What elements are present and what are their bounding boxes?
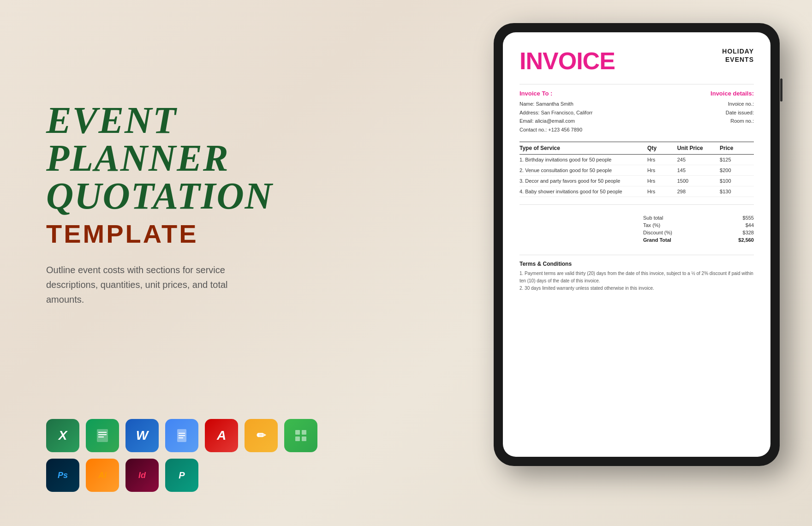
terms-title: Terms & Conditions	[519, 261, 754, 267]
numbers-icon[interactable]	[284, 419, 317, 452]
grand-total-row: Grand Total $2,560	[643, 236, 754, 244]
invoice-header: INVOICE HOLIDAY EVENTS	[519, 47, 754, 75]
table-row: 1. Birthday invitations good for 50 peop…	[519, 155, 754, 165]
publisher-icon[interactable]: P	[165, 459, 198, 492]
svg-rect-6	[179, 435, 185, 436]
svg-rect-8	[295, 430, 300, 435]
indesign-icon[interactable]: Id	[125, 459, 159, 492]
description: Outline event costs with sections for se…	[46, 263, 258, 307]
table-row: 2. Venue consultation good for 50 people…	[519, 165, 754, 176]
word-icon[interactable]: W	[125, 419, 159, 452]
tablet-wrapper: INVOICE HOLIDAY EVENTS Invoice To : Name…	[494, 23, 789, 484]
svg-rect-5	[179, 433, 185, 434]
services-table: Type of Service Qty Unit Price Price 1. …	[519, 142, 754, 197]
invoice-details-label: Invoice details:	[710, 90, 754, 97]
svg-rect-2	[98, 434, 107, 435]
subtitle: TEMPLATE	[46, 219, 295, 249]
invoice-title: INVOICE	[519, 47, 615, 75]
invoice-info-row: Invoice To : Name: Samantha Smith Addres…	[519, 90, 754, 134]
table-row: 3. Decor and party favors good for 50 pe…	[519, 176, 754, 186]
svg-rect-11	[302, 436, 306, 441]
excel-icon[interactable]: X	[46, 419, 79, 452]
main-title: EVENT PLANNER QUOTATION	[46, 102, 295, 215]
terms-section: Terms & Conditions 1. Payment terms are …	[519, 255, 754, 292]
photoshop-icon[interactable]: Ps	[46, 459, 79, 492]
app-icons-section: X W A ✏ Ps Ai Id P	[46, 419, 317, 498]
tablet-device: INVOICE HOLIDAY EVENTS Invoice To : Name…	[494, 23, 780, 466]
acrobat-icon[interactable]: A	[205, 419, 238, 452]
invoice-to-section: Invoice To : Name: Samantha Smith Addres…	[519, 90, 592, 134]
totals-section: Sub total $555 Tax (%) $44 Discount (%) …	[519, 214, 754, 244]
icon-row-1: X W A ✏	[46, 419, 317, 452]
totals-divider	[519, 204, 754, 205]
pages-icon[interactable]: ✏	[245, 419, 278, 452]
header-divider	[519, 84, 754, 84]
table-header: Type of Service Qty Unit Price Price	[519, 142, 754, 155]
left-panel: EVENT PLANNER QUOTATION TEMPLATE Outline…	[46, 102, 295, 307]
tablet-screen: INVOICE HOLIDAY EVENTS Invoice To : Name…	[503, 32, 770, 457]
subtotal-row: Sub total $555	[643, 214, 754, 221]
totals-grid: Sub total $555 Tax (%) $44 Discount (%) …	[643, 214, 754, 244]
invoice-details-section: Invoice details: Invoice no.: Date issue…	[710, 90, 754, 134]
svg-rect-0	[97, 429, 108, 442]
client-info: Name: Samantha Smith Address: San Franci…	[519, 100, 592, 134]
tax-row: Tax (%) $44	[643, 221, 754, 229]
icon-row-2: Ps Ai Id P	[46, 459, 317, 492]
sheets-icon[interactable]	[86, 419, 119, 452]
svg-rect-3	[98, 436, 104, 437]
invoice-to-label: Invoice To :	[519, 90, 592, 97]
svg-rect-9	[302, 430, 306, 435]
illustrator-icon[interactable]: Ai	[86, 459, 119, 492]
terms-text: 1. Payment terms are valid thirty (20) d…	[519, 270, 754, 292]
docs-icon[interactable]	[165, 419, 198, 452]
invoice-details-info: Invoice no.: Date issued: Room no.:	[710, 100, 754, 126]
svg-rect-7	[179, 437, 183, 438]
table-row: 4. Baby shower invitations good for 50 p…	[519, 186, 754, 197]
company-name: HOLIDAY EVENTS	[722, 47, 754, 64]
svg-rect-10	[295, 436, 300, 441]
discount-row: Discount (%) $328	[643, 229, 754, 236]
svg-rect-1	[98, 432, 107, 433]
